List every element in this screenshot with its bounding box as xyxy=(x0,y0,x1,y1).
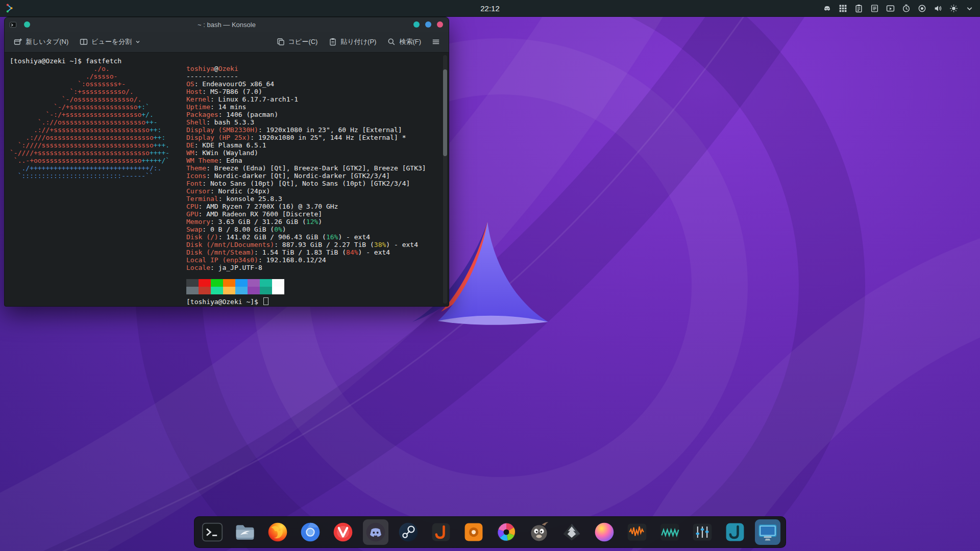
paste-icon xyxy=(329,38,337,46)
mixer-icon xyxy=(691,521,714,543)
terminal-line: Icons: Nordic-darker [Qt], Nordic-darker… xyxy=(186,172,443,180)
tray-brightness-icon[interactable] xyxy=(949,4,958,13)
window-titlebar[interactable]: ~ : bash — Konsole xyxy=(5,17,449,32)
terminal-viewport[interactable]: [toshiya@Ozeki ~]$ fastfetch ./o. ./ssss… xyxy=(5,53,449,307)
terminal-line: `:////ssssssssssssssssssssssssssso+++. xyxy=(10,141,186,149)
terminal-line: ./sssso- xyxy=(10,72,186,80)
menu-button[interactable] xyxy=(428,35,444,48)
konsole-window-icon xyxy=(9,21,17,29)
inkscape-icon xyxy=(560,521,583,543)
dock-item-jdownloader2[interactable] xyxy=(722,519,748,545)
palette-block xyxy=(235,287,248,294)
dock-item-jdownloader[interactable] xyxy=(428,519,454,545)
top-panel: 22:12 xyxy=(0,0,980,17)
copy-button[interactable]: コピー(C) xyxy=(273,35,322,49)
dock-item-audio-editor[interactable] xyxy=(624,519,650,545)
terminal-line: Display (SMB2330H): 980x551 in 23", 60… xyxy=(186,126,443,134)
search-icon xyxy=(387,38,396,46)
tray-notes-icon[interactable] xyxy=(870,4,879,13)
terminal-prompt-line: [toshiya@Ozeki ~]$ xyxy=(186,297,443,305)
palette-block xyxy=(248,279,260,287)
palette-block xyxy=(272,279,284,287)
terminal-line: Host: MS-7B86 (7.0) xyxy=(186,88,443,95)
terminal-line: `:::::::::::::::::::::::::------`` xyxy=(10,172,186,180)
vivaldi-icon xyxy=(332,521,354,543)
fastfetch-ascii-logo: ./o. ./sssso- `:osssssss+- `:+ssssssssss… xyxy=(10,65,186,305)
terminal-line: Memory: 3.63 GiB / 31.26 GiB (12%) xyxy=(186,218,443,226)
terminal-line: `-:/+sssssssssssssssssso+/. xyxy=(10,111,186,118)
terminal-line: Uptime: 14 mins xyxy=(186,103,443,111)
minimize-button[interactable] xyxy=(413,21,420,28)
palette-block xyxy=(211,287,223,294)
palette-block xyxy=(235,279,248,287)
paste-button[interactable]: 貼り付け(P) xyxy=(325,35,380,49)
system-tray xyxy=(822,4,980,13)
terminal-line: `.://osssssssssssssssssssso++- xyxy=(10,118,186,126)
terminal-line: Theme: Breeze (Edna) [Qt], Breeze-Dark [… xyxy=(186,164,443,172)
maximize-button[interactable] xyxy=(425,21,431,28)
tray-app-grid-icon[interactable] xyxy=(838,4,847,13)
search-button[interactable]: 検索(F) xyxy=(383,35,425,49)
terminal-line: ./++++++++++++++++++++++++++++++/:. xyxy=(10,164,186,172)
terminal-line: .://+ssssssssssssssssssssssso++: xyxy=(10,126,186,134)
terminal-line: CPU: AMD Ryzen 7 2700X (16) @ 3.70 GHz xyxy=(186,203,443,210)
audio-editor-icon xyxy=(626,521,648,543)
terminal-scrollbar[interactable] xyxy=(443,55,447,304)
tray-record-icon[interactable] xyxy=(917,4,926,13)
dock-item-wave-editor[interactable] xyxy=(657,519,682,545)
palette-block xyxy=(199,279,211,287)
media-player-icon xyxy=(462,521,485,543)
palette-block xyxy=(199,287,211,294)
konsole-window: ~ : bash — Konsole 新しいタブ(N) ビューを分割 xyxy=(4,17,449,307)
tray-timer-icon[interactable] xyxy=(901,4,911,13)
terminal-line: ------------- xyxy=(186,72,443,80)
chromium-icon xyxy=(299,521,322,543)
display-icon xyxy=(756,521,779,543)
terminal-line: Swap: 0 B / 8.00 GiB (0%) xyxy=(186,226,443,233)
terminal-line: WM Theme: Edna xyxy=(186,157,443,164)
terminal-prompt-line: [toshiya@Ozeki ~]$ fastfetch xyxy=(10,57,443,65)
new-tab-label: 新しいタブ(N) xyxy=(26,37,68,46)
dock-item-discord[interactable] xyxy=(363,519,388,545)
photo-editor-icon xyxy=(495,521,518,543)
dock-item-photo-editor[interactable] xyxy=(494,519,519,545)
tray-discord-icon[interactable] xyxy=(822,4,831,13)
dock-item-firefox[interactable] xyxy=(265,519,290,545)
dock-item-media-player[interactable] xyxy=(461,519,486,545)
gimp-icon xyxy=(528,521,550,543)
terminal-line: ./o. xyxy=(10,65,186,72)
tray-chevron-down-icon[interactable] xyxy=(965,4,974,13)
chevron-down-icon xyxy=(135,39,140,44)
dock-item-display[interactable] xyxy=(755,519,780,545)
terminal-scrollbar-thumb[interactable] xyxy=(443,69,447,156)
tray-clipboard-icon[interactable] xyxy=(854,4,863,13)
dock-item-konsole[interactable] xyxy=(200,519,225,545)
wave-editor-icon xyxy=(658,521,681,543)
split-view-button[interactable]: ビューを分割 xyxy=(76,35,144,49)
split-view-icon xyxy=(80,38,88,46)
dock-item-paint-app[interactable] xyxy=(592,519,617,545)
fastfetch-info: toshiya@Ozeki-------------OS: EndeavourO… xyxy=(186,65,443,305)
search-label: 検索(F) xyxy=(399,37,421,46)
dock-item-chromium[interactable] xyxy=(298,519,323,545)
app-launcher-button[interactable] xyxy=(3,2,16,15)
dock-item-mixer[interactable] xyxy=(690,519,715,545)
dock-item-steam[interactable] xyxy=(396,519,421,545)
palette-block xyxy=(211,279,223,287)
close-button[interactable] xyxy=(437,21,443,28)
dock-item-inkscape[interactable] xyxy=(559,519,584,545)
copy-label: コピー(C) xyxy=(288,37,318,46)
split-view-label: ビューを分割 xyxy=(91,37,132,46)
tray-media-icon[interactable] xyxy=(886,4,895,13)
palette-block xyxy=(186,287,199,294)
titlebar-pin-button[interactable] xyxy=(24,21,30,28)
dock-item-vivaldi[interactable] xyxy=(330,519,356,545)
new-tab-icon xyxy=(14,38,22,46)
dock-item-dolphin[interactable] xyxy=(232,519,258,545)
new-tab-button[interactable]: 新しいタブ(N) xyxy=(10,35,72,49)
jdownloader2-icon xyxy=(724,521,746,543)
tray-volume-icon[interactable] xyxy=(933,4,942,13)
paste-label: 貼り付け(P) xyxy=(340,37,376,46)
terminal-line: Shell: bash 5.3.3 xyxy=(186,118,443,126)
dock-item-gimp[interactable] xyxy=(526,519,552,545)
